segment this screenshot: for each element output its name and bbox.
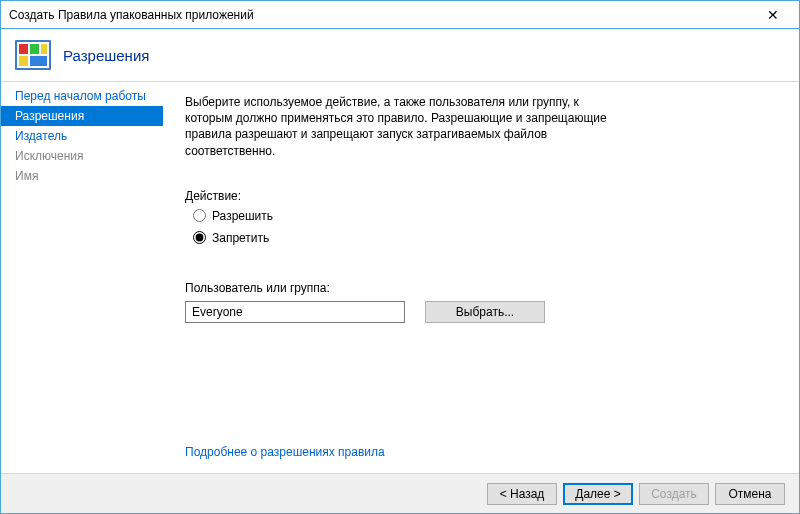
- radio-deny-input[interactable]: [193, 231, 206, 244]
- more-info-link[interactable]: Подробнее о разрешениях правила: [185, 445, 773, 459]
- wizard-main-panel: Выберите используемое действие, а также …: [163, 82, 799, 473]
- applocker-icon: [15, 40, 51, 70]
- description-text: Выберите используемое действие, а также …: [185, 94, 615, 159]
- titlebar: Создать Правила упакованных приложений ✕: [1, 1, 799, 29]
- sidebar-item-publisher[interactable]: Издатель: [1, 126, 163, 146]
- wizard-steps-sidebar: Перед началом работы Разрешения Издатель…: [1, 82, 163, 473]
- svg-rect-2: [19, 44, 28, 54]
- next-button[interactable]: Далее >: [563, 483, 633, 505]
- svg-rect-3: [30, 44, 39, 54]
- select-user-button[interactable]: Выбрать...: [425, 301, 545, 323]
- radio-allow[interactable]: Разрешить: [193, 209, 773, 223]
- action-radio-group: Разрешить Запретить: [185, 209, 773, 253]
- radio-deny[interactable]: Запретить: [193, 231, 773, 245]
- sidebar-item-name: Имя: [1, 166, 163, 186]
- svg-rect-5: [19, 56, 28, 66]
- sidebar-item-exceptions: Исключения: [1, 146, 163, 166]
- user-group-row: Выбрать...: [185, 301, 773, 323]
- close-icon[interactable]: ✕: [753, 4, 793, 26]
- svg-rect-4: [41, 44, 47, 54]
- cancel-button[interactable]: Отмена: [715, 483, 785, 505]
- back-button[interactable]: < Назад: [487, 483, 557, 505]
- user-group-input[interactable]: [185, 301, 405, 323]
- wizard-header: Разрешения: [1, 29, 799, 82]
- window-title: Создать Правила упакованных приложений: [9, 8, 753, 22]
- radio-allow-label: Разрешить: [212, 209, 273, 223]
- radio-deny-label: Запретить: [212, 231, 269, 245]
- sidebar-item-before-start[interactable]: Перед началом работы: [1, 86, 163, 106]
- action-label: Действие:: [185, 189, 773, 203]
- sidebar-item-permissions[interactable]: Разрешения: [1, 106, 163, 126]
- user-group-label: Пользователь или группа:: [185, 281, 773, 295]
- svg-rect-6: [30, 56, 47, 66]
- radio-allow-input[interactable]: [193, 209, 206, 222]
- wizard-footer: < Назад Далее > Создать Отмена: [1, 473, 799, 513]
- wizard-body: Перед началом работы Разрешения Издатель…: [1, 82, 799, 473]
- create-button: Создать: [639, 483, 709, 505]
- page-title: Разрешения: [63, 47, 149, 64]
